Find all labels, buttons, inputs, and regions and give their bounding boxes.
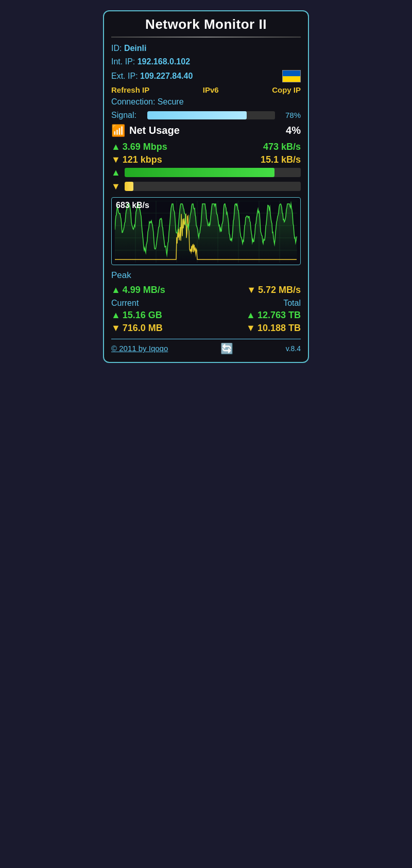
- title-divider: [111, 37, 301, 38]
- id-row: ID: Deinli: [111, 43, 301, 54]
- flag-blue-stripe: [283, 71, 300, 76]
- int-ip-row: Int. IP: 192.168.0.102: [111, 56, 301, 67]
- refresh-ip-button[interactable]: Refresh IP: [111, 85, 149, 94]
- connection-value: Secure: [158, 97, 184, 106]
- download-data-row: ▼ 716.0 MB ▼ 10.188 TB: [111, 323, 301, 334]
- current-total-header: Current Total: [111, 299, 301, 308]
- download-arrow-icon: ▼: [111, 154, 121, 165]
- copy-ip-button[interactable]: Copy IP: [272, 85, 301, 94]
- connection-label: Connection:: [111, 97, 155, 106]
- download-bar-fill: [125, 182, 133, 191]
- upload-bar-fill: [125, 168, 274, 177]
- download-bar-arrow-icon: ▼: [111, 181, 121, 192]
- net-usage-row: 📶 Net Usage 4%: [111, 124, 301, 137]
- signal-row: Signal: 78%: [111, 111, 301, 120]
- upload-bar-row: ▲: [111, 167, 301, 178]
- download-bar-background: [125, 182, 301, 191]
- ext-ip-label: Ext. IP:: [111, 72, 138, 80]
- signal-label: Signal:: [111, 111, 142, 120]
- peak-upload: 4.99 MB/s: [123, 285, 165, 296]
- country-flag: [282, 70, 301, 82]
- total-up-arrow-icon: ▲: [246, 310, 255, 321]
- current-upload: 15.16 GB: [123, 310, 162, 321]
- current-download: 716.0 MB: [123, 323, 163, 334]
- download-speed-row: ▼ 121 kbps 15.1 kB/s: [111, 154, 301, 165]
- ext-ip-info: Ext. IP: 109.227.84.40: [111, 71, 193, 82]
- action-row: Refresh IP IPv6 Copy IP: [111, 85, 301, 94]
- ext-ip-row: Ext. IP: 109.227.84.40: [111, 70, 301, 82]
- ext-ip-value: 109.227.84.40: [140, 72, 193, 80]
- total-down-arrow-icon: ▼: [246, 323, 255, 334]
- upload-bar-arrow-icon: ▲: [111, 167, 121, 178]
- upload-kbs: 473 kB/s: [263, 142, 301, 152]
- upload-bar-background: [125, 168, 301, 177]
- copyright-link[interactable]: © 2011 by Iqoqo: [111, 344, 168, 353]
- peak-down-arrow-icon: ▼: [247, 285, 256, 296]
- download-kbps: 121 kbps: [123, 154, 261, 165]
- net-usage-label: Net Usage: [129, 125, 282, 136]
- download-bar-row: ▼: [111, 181, 301, 192]
- upload-speed-row: ▲ 3.69 Mbps 473 kB/s: [111, 142, 301, 152]
- widget-title: Network Monitor II: [111, 16, 301, 32]
- version-label: v.8.4: [286, 344, 301, 353]
- int-ip-label: Int. IP:: [111, 57, 135, 66]
- refresh-icon[interactable]: 🔄: [220, 342, 233, 355]
- peak-row: ▲ 4.99 MB/s ▼ 5.72 MB/s: [111, 285, 301, 296]
- net-usage-percentage: 4%: [286, 125, 301, 136]
- total-upload: 12.763 TB: [258, 310, 301, 321]
- peak-section-title: Peak: [111, 270, 301, 281]
- network-monitor-widget: Network Monitor II ID: Deinli Int. IP: 1…: [103, 10, 309, 363]
- signal-bar-fill: [147, 111, 247, 119]
- peak-download: 5.72 MB/s: [258, 285, 301, 296]
- upload-arrow-icon: ▲: [111, 142, 121, 152]
- wifi-icon: 📶: [111, 124, 125, 137]
- int-ip-value: 192.168.0.102: [138, 57, 190, 66]
- upload-data-row: ▲ 15.16 GB ▲ 12.763 TB: [111, 310, 301, 321]
- ipv6-button[interactable]: IPv6: [203, 85, 219, 94]
- current-down-arrow-icon: ▼: [111, 323, 121, 334]
- download-kbs: 15.1 kB/s: [261, 154, 301, 165]
- chart-speed-label: 683 kB/s: [116, 201, 149, 210]
- footer-row: © 2011 by Iqoqo 🔄 v.8.4: [111, 339, 301, 355]
- flag-yellow-stripe: [283, 76, 300, 82]
- network-chart: 683 kB/s: [111, 197, 301, 265]
- network-chart-canvas: [115, 201, 297, 263]
- total-download: 10.188 TB: [258, 323, 301, 334]
- id-value: Deinli: [124, 44, 147, 53]
- signal-bar-background: [147, 111, 275, 119]
- signal-percentage: 78%: [280, 111, 301, 119]
- id-label: ID:: [111, 44, 122, 53]
- current-label: Current: [111, 299, 206, 308]
- peak-up-arrow-icon: ▲: [111, 285, 121, 296]
- total-label: Total: [206, 299, 301, 308]
- connection-row: Connection: Secure: [111, 97, 301, 107]
- upload-mbps: 3.69 Mbps: [123, 142, 263, 152]
- current-up-arrow-icon: ▲: [111, 310, 121, 321]
